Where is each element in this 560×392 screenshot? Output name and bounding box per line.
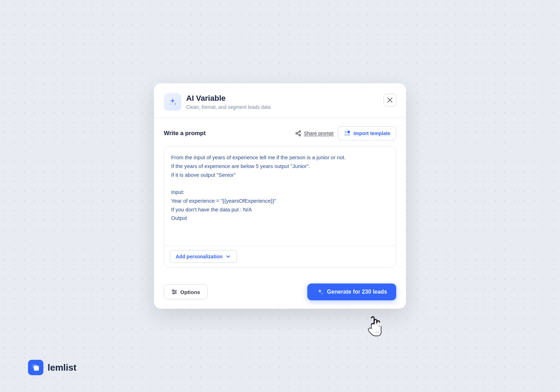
svg-point-5 [175, 292, 176, 293]
options-icon [171, 289, 177, 295]
generate-icon [316, 288, 323, 295]
personalization-bar: Add personalization [164, 246, 396, 267]
modal-header: AI Variable Clean, format, and segment l… [154, 83, 406, 118]
modal-header-left: AI Variable Clean, format, and segment l… [164, 93, 271, 111]
lemlist-logo-icon [31, 363, 40, 372]
prompt-textarea[interactable] [164, 146, 396, 244]
add-personalization-button[interactable]: Add personalization [170, 250, 237, 263]
generate-button[interactable]: Generate for 230 leads [307, 284, 396, 300]
svg-point-6 [173, 293, 174, 294]
lemlist-text: lemlist [48, 362, 76, 373]
prompt-section-header: Write a prompt Share prompt [164, 126, 396, 140]
lemlist-logo: lemlist [28, 360, 76, 375]
import-template-button[interactable]: Import template [338, 126, 396, 140]
modal-subtitle: Clean, format, and segment leads data [186, 104, 271, 110]
chevron-down-icon [225, 254, 231, 259]
generate-label: Generate for 230 leads [327, 289, 387, 295]
svg-rect-3 [348, 134, 350, 136]
lemlist-icon [28, 360, 43, 375]
modal-footer: Options Generate for 230 leads [154, 277, 406, 309]
cursor-pointer [365, 316, 383, 338]
close-button[interactable] [384, 94, 396, 106]
hand-cursor-icon [365, 316, 383, 336]
share-prompt-label: Share prompt [304, 131, 334, 136]
ai-variable-icon-wrapper [164, 93, 181, 111]
import-template-label: Import template [354, 131, 390, 136]
magic-wand-icon [168, 97, 177, 106]
add-personalization-label: Add personalization [176, 254, 223, 259]
modal-overlay: AI Variable Clean, format, and segment l… [0, 0, 560, 392]
share-prompt-button[interactable]: Share prompt [295, 130, 334, 136]
import-icon [344, 130, 351, 137]
modal-title-group: AI Variable Clean, format, and segment l… [186, 94, 271, 110]
svg-rect-2 [344, 134, 347, 136]
modal-body: Write a prompt Share prompt [154, 118, 406, 277]
options-label: Options [180, 289, 200, 295]
options-button[interactable]: Options [164, 284, 208, 300]
ai-variable-modal: AI Variable Clean, format, and segment l… [154, 83, 406, 309]
close-icon [387, 97, 393, 103]
prompt-label: Write a prompt [164, 130, 206, 137]
prompt-textarea-wrapper: Add personalization [164, 146, 396, 267]
share-icon [295, 130, 301, 136]
svg-rect-0 [344, 131, 347, 133]
prompt-actions: Share prompt Import template [295, 126, 396, 140]
modal-title: AI Variable [186, 94, 271, 103]
svg-rect-1 [348, 131, 350, 133]
svg-point-4 [173, 290, 174, 291]
